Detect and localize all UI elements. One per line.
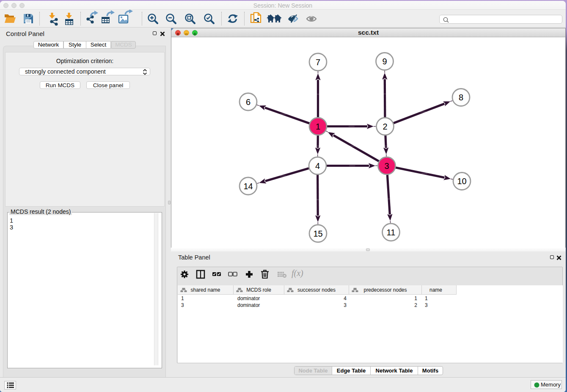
svg-text:8: 8 (459, 93, 463, 102)
svg-text:7: 7 (316, 58, 320, 67)
svg-text:14: 14 (243, 182, 253, 191)
svg-text:10: 10 (457, 177, 466, 186)
svg-text:1: 1 (316, 122, 320, 131)
svg-text:9: 9 (382, 57, 387, 66)
svg-text:4: 4 (315, 161, 320, 171)
svg-text:15: 15 (313, 229, 322, 238)
svg-text:f(x): f(x) (292, 268, 303, 278)
svg-text:2: 2 (383, 122, 387, 131)
svg-text:3: 3 (384, 161, 389, 171)
svg-text:11: 11 (387, 228, 396, 237)
svg-text:6: 6 (246, 97, 250, 107)
